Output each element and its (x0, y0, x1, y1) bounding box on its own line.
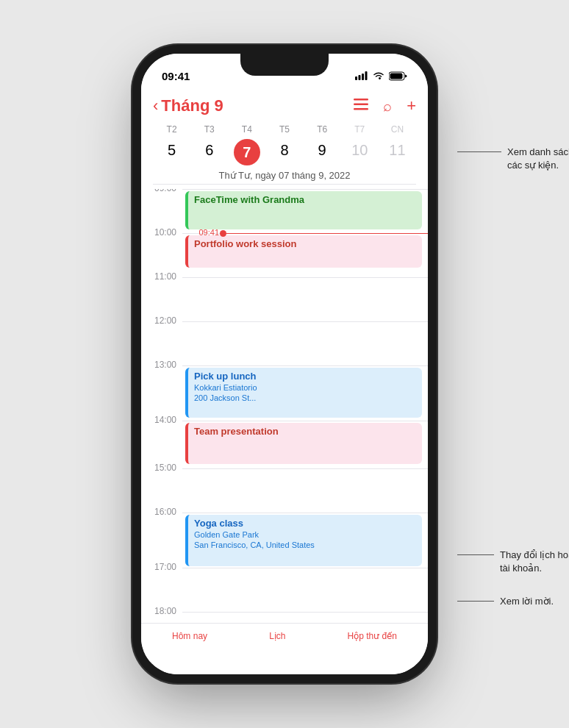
svg-rect-7 (354, 104, 368, 106)
hour-line-1500 (182, 468, 428, 513)
svg-rect-2 (362, 74, 364, 80)
date-6[interactable]: 6 (190, 139, 228, 165)
date-11[interactable]: 11 (379, 139, 416, 165)
hour-label-1700: 17:00 (141, 563, 182, 571)
hour-line-1300: Pick up lunch Kokkari Estiatorio 200 Jac… (182, 365, 428, 421)
hour-1300: 13:00 Pick up lunch Kokkari Estiatorio 2… (141, 365, 428, 421)
event-facetime-title: FaceTime with Grandma (194, 194, 416, 205)
tab-inbox[interactable]: Hộp thư đến (348, 631, 397, 641)
hour-1700: 17:00 (141, 568, 428, 612)
week-label-thu: T5 (265, 123, 303, 136)
hour-1200: 12:00 (141, 321, 428, 365)
date-9[interactable]: 9 (304, 139, 341, 165)
hour-line-1400: Team presentation (182, 421, 428, 468)
hour-line-1200 (182, 321, 428, 365)
notch (240, 54, 329, 76)
current-time-line: 09:41 (223, 233, 428, 234)
tab-bar: Hôm nay Lịch Hộp thư đến (141, 623, 428, 674)
current-time-dot (220, 230, 226, 237)
status-bar: 09:41 (141, 54, 428, 90)
hour-line-1600: Yoga class Golden Gate Park San Francisc… (182, 513, 428, 568)
tab-today[interactable]: Hôm nay (172, 631, 207, 641)
event-yoga[interactable]: Yoga class Golden Gate Park San Francisc… (185, 515, 422, 566)
calendar-label: Lịch (269, 631, 285, 641)
hour-label-1800: 18:00 (141, 607, 182, 615)
hour-1800: 18:00 (141, 612, 428, 623)
event-lunch-subtitle1: Kokkari Estiatorio (194, 383, 416, 392)
date-row: 5 6 7 8 9 10 11 (153, 139, 416, 165)
date-subtitle: Thứ Tư, ngày 07 tháng 9, 2022 (153, 170, 416, 185)
svg-rect-6 (354, 99, 368, 101)
event-team-presentation-title: Team presentation (194, 426, 416, 437)
inbox-label: Hộp thư đến (348, 631, 397, 641)
status-icons (355, 71, 407, 81)
date-7-today[interactable]: 7 (234, 139, 260, 165)
hour-1000: 10:00 Portfolio work session (141, 233, 428, 277)
calendar-nav: ‹ Tháng 9 ⌕ + (153, 96, 416, 115)
month-nav[interactable]: ‹ Tháng 9 (153, 96, 223, 115)
current-time-label: 09:41 (178, 228, 219, 237)
hour-line-1800 (182, 612, 428, 623)
hour-label-1500: 15:00 (141, 463, 182, 472)
week-label-mon: T2 (153, 123, 190, 136)
annotation-event-list: Xem danh sách các sự kiện. (457, 131, 569, 187)
date-5[interactable]: 5 (153, 139, 190, 165)
svg-rect-5 (390, 73, 403, 79)
event-yoga-title: Yoga class (194, 518, 416, 529)
annotation-view-invites: Xem lời mời. (457, 581, 569, 623)
svg-rect-3 (365, 71, 368, 80)
week-label-sat: T7 (341, 123, 379, 136)
hour-label-1600: 16:00 (141, 507, 182, 516)
svg-rect-0 (355, 76, 357, 80)
week-labels: T2 T3 T4 T5 T6 T7 CN (153, 123, 416, 136)
hour-1600: 16:00 Yoga class Golden Gate Park San Fr… (141, 513, 428, 568)
svg-rect-1 (359, 75, 361, 80)
event-team-presentation[interactable]: Team presentation (185, 423, 422, 464)
search-icon[interactable]: ⌕ (383, 98, 392, 115)
hour-line-1000: Portfolio work session (182, 233, 428, 277)
battery-icon (389, 71, 407, 81)
hour-0900: 09:00 FaceTime with Grandma (141, 189, 428, 233)
event-yoga-subtitle2: San Francisco, CA, United States (194, 540, 416, 549)
calendar-header: ‹ Tháng 9 ⌕ + T2 (141, 90, 428, 189)
month-title[interactable]: Tháng 9 (161, 96, 223, 115)
event-lunch-title: Pick up lunch (194, 371, 416, 382)
hour-1100: 11:00 (141, 277, 428, 321)
hour-line-1700 (182, 568, 428, 612)
today-label: Hôm nay (172, 631, 207, 641)
event-portfolio-title: Portfolio work session (194, 238, 416, 249)
event-facetime[interactable]: FaceTime with Grandma (185, 191, 422, 229)
signal-icon (355, 71, 368, 80)
event-portfolio[interactable]: Portfolio work session (185, 235, 422, 268)
timeline[interactable]: 09:00 FaceTime with Grandma 09:41 (141, 189, 428, 623)
wifi-icon (373, 71, 384, 80)
hour-label-0900: 09:00 (141, 189, 182, 193)
hour-label-1000: 10:00 (141, 228, 182, 237)
hour-label-1200: 12:00 (141, 316, 182, 325)
date-8[interactable]: 8 (265, 139, 303, 165)
hour-line-1100 (182, 277, 428, 321)
hour-label-1400: 14:00 (141, 415, 182, 424)
week-label-fri: T6 (304, 123, 341, 136)
date-10[interactable]: 10 (341, 139, 379, 165)
week-label-tue: T3 (190, 123, 228, 136)
event-lunch-subtitle2: 200 Jackson St... (194, 393, 416, 402)
hour-label-1100: 11:00 (141, 272, 182, 281)
hour-line-0900: FaceTime with Grandma (182, 189, 428, 233)
hour-1500: 15:00 (141, 468, 428, 513)
hour-label-1300: 13:00 (141, 360, 182, 369)
svg-rect-8 (354, 108, 368, 110)
status-time: 09:41 (162, 70, 190, 82)
add-icon[interactable]: + (407, 96, 416, 115)
event-lunch[interactable]: Pick up lunch Kokkari Estiatorio 200 Jac… (185, 368, 422, 418)
week-label-sun: CN (379, 123, 416, 136)
tab-calendar[interactable]: Lịch (269, 631, 285, 641)
hour-1400: 14:00 Team presentation (141, 421, 428, 468)
back-arrow-icon[interactable]: ‹ (153, 96, 158, 115)
list-icon[interactable] (354, 98, 368, 114)
event-yoga-subtitle1: Golden Gate Park (194, 530, 416, 539)
week-label-wed: T4 (228, 123, 265, 136)
nav-icons: ⌕ + (354, 96, 416, 115)
